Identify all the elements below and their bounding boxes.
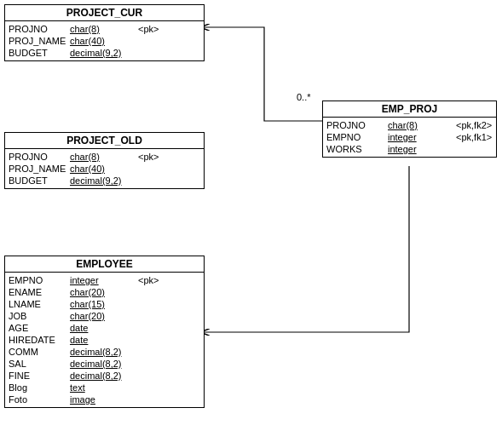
col-name: PROJNO — [9, 24, 70, 34]
col-name: AGE — [9, 323, 70, 333]
table-row: PROJNO char(8) <pk> — [9, 151, 200, 163]
col-name: LNAME — [9, 299, 70, 309]
table-project-cur: PROJECT_CUR PROJNO char(8) <pk> PROJ_NAM… — [4, 4, 205, 61]
table-project-old-header: PROJECT_OLD — [5, 133, 204, 149]
col-type: decimal(8,2) — [70, 359, 138, 369]
col-type: char(8) — [70, 152, 138, 162]
col-type: char(20) — [70, 287, 138, 297]
col-name: PROJ_NAME — [9, 36, 70, 46]
col-name: WORKS — [326, 144, 388, 154]
table-row: ENAME char(20) — [9, 286, 200, 298]
table-row: COMM decimal(8,2) — [9, 346, 200, 358]
col-type: text — [70, 382, 138, 393]
table-row: SAL decimal(8,2) — [9, 358, 200, 370]
table-row: AGE date — [9, 322, 200, 334]
table-row: LNAME char(15) — [9, 298, 200, 310]
col-pk: <pk> — [138, 152, 159, 162]
col-name: EMPNO — [9, 275, 70, 285]
table-employee-header: EMPLOYEE — [5, 256, 204, 273]
table-row: PROJNO char(8) <pk> — [9, 23, 200, 35]
col-type: char(20) — [70, 311, 138, 321]
col-type: image — [70, 394, 138, 405]
col-name: SAL — [9, 359, 70, 369]
table-row: WORKS integer — [326, 143, 493, 155]
col-type: decimal(8,2) — [70, 347, 138, 357]
col-name: HIREDATE — [9, 335, 70, 345]
col-type: integer — [388, 132, 456, 142]
table-row: PROJNO char(8) <pk,fk2> — [326, 119, 493, 131]
table-row: FINE decimal(8,2) — [9, 370, 200, 382]
col-pk: <pk,fk1> — [456, 132, 492, 142]
col-pk: <pk> — [138, 275, 159, 285]
table-row: PROJ_NAME char(40) — [9, 35, 200, 47]
col-name: JOB — [9, 311, 70, 321]
relation-emp-proj-to-project-cur — [200, 27, 324, 121]
col-type: char(8) — [70, 24, 138, 34]
col-type: char(40) — [70, 164, 138, 174]
table-row: JOB char(20) — [9, 310, 200, 322]
col-name: BUDGET — [9, 48, 70, 58]
table-row: Foto image — [9, 393, 200, 405]
col-name: ENAME — [9, 287, 70, 297]
col-pk: <pk> — [138, 24, 159, 34]
col-name: PROJ_NAME — [9, 164, 70, 174]
col-type: decimal(8,2) — [70, 370, 138, 381]
col-pk: <pk,fk2> — [456, 120, 492, 130]
table-row: Blog text — [9, 382, 200, 393]
col-name: EMPNO — [326, 132, 388, 142]
table-row: BUDGET decimal(9,2) — [9, 47, 200, 59]
col-name: COMM — [9, 347, 70, 357]
col-type: date — [70, 323, 138, 333]
col-type: date — [70, 335, 138, 345]
col-name: FINE — [9, 370, 70, 381]
table-row: EMPNO integer <pk,fk1> — [326, 131, 493, 143]
col-name: PROJNO — [9, 152, 70, 162]
table-employee-body: EMPNO integer <pk> ENAME char(20) LNAME … — [5, 273, 204, 407]
col-name: Foto — [9, 394, 70, 405]
table-emp-proj-header: EMP_PROJ — [323, 101, 496, 118]
col-name: Blog — [9, 382, 70, 393]
col-name: BUDGET — [9, 175, 70, 186]
col-name: PROJNO — [326, 120, 388, 130]
table-project-old-body: PROJNO char(8) <pk> PROJ_NAME char(40) B… — [5, 149, 204, 188]
table-row: EMPNO integer <pk> — [9, 274, 200, 286]
table-row: HIREDATE date — [9, 334, 200, 346]
table-project-old: PROJECT_OLD PROJNO char(8) <pk> PROJ_NAM… — [4, 132, 205, 189]
table-row: PROJ_NAME char(40) — [9, 163, 200, 175]
col-type: integer — [388, 144, 456, 154]
table-project-cur-body: PROJNO char(8) <pk> PROJ_NAME char(40) B… — [5, 21, 204, 60]
col-type: decimal(9,2) — [70, 175, 138, 186]
table-employee: EMPLOYEE EMPNO integer <pk> ENAME char(2… — [4, 256, 205, 408]
col-type: char(8) — [388, 120, 456, 130]
col-type: char(40) — [70, 36, 138, 46]
col-type: integer — [70, 275, 138, 285]
table-project-cur-header: PROJECT_CUR — [5, 5, 204, 21]
col-type: decimal(9,2) — [70, 48, 138, 58]
relation-emp-proj-to-employee — [200, 166, 409, 332]
cardinality-label: 0..* — [297, 92, 311, 102]
table-emp-proj-body: PROJNO char(8) <pk,fk2> EMPNO integer <p… — [323, 118, 496, 157]
col-type: char(15) — [70, 299, 138, 309]
table-row: BUDGET decimal(9,2) — [9, 175, 200, 187]
table-emp-proj: EMP_PROJ PROJNO char(8) <pk,fk2> EMPNO i… — [322, 101, 497, 158]
